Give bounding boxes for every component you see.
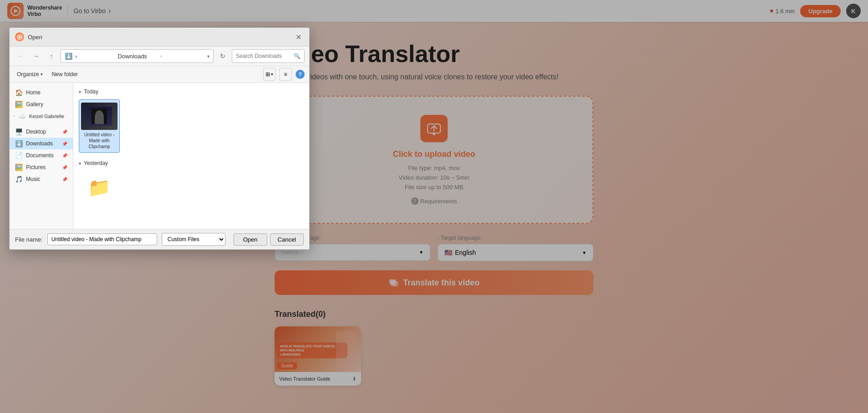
nav-item-downloads[interactable]: ⬇️ Downloads 📌 [10,138,73,150]
file-dialog: Open ✕ ← → ↑ ⬇️ › Downloads › ▾ ↻ 🔍 Orga… [9,27,310,250]
view-toggle-button[interactable]: ⊞ ▾ [263,68,276,81]
search-box: 🔍 [232,49,305,63]
expand-arrow-icon: › [13,114,15,119]
dialog-nav: 🏠 Home 🖼️ Gallery › ☁️ Keizel Gabrielle … [10,83,73,229]
desktop-icon: 🖥️ [15,128,22,135]
view-list-button[interactable]: ≡ [279,68,292,81]
video-thumbnail [81,103,117,130]
refresh-button[interactable]: ↻ [216,50,229,62]
view-dropdown-icon: ▾ [271,72,273,77]
filename-input[interactable] [47,233,157,245]
dialog-cancel-button[interactable]: Cancel [270,233,304,246]
pin-icon-dl: 📌 [62,141,67,146]
pictures-icon: 🖼️ [15,164,22,171]
today-toggle-icon: ▾ [79,89,81,94]
pin-icon: 📌 [62,129,67,134]
yesterday-toggle-icon: ▾ [79,161,81,166]
address-path: Downloads [118,53,158,60]
filename-label: File name: [15,236,43,243]
organize-button[interactable]: Organize ▾ [14,70,46,79]
pin-icon-doc: 📌 [62,153,67,158]
file-thumb-folder: 📁 [81,174,117,201]
home-icon: 🏠 [15,89,22,96]
svg-marker-9 [19,36,21,38]
search-icon: 🔍 [294,53,301,59]
new-folder-button[interactable]: New folder [49,70,81,79]
dialog-actionbar: Organize ▾ New folder ⊞ ▾ ≡ ? [10,66,309,83]
folder-icon: 📁 [88,177,111,198]
pin-icon-mus: 📌 [62,177,67,182]
nav-item-documents[interactable]: 📄 Documents 📌 [10,150,73,161]
view-icon-1: ⊞ [266,71,270,77]
nav-item-desktop[interactable]: 🖥️ Desktop 📌 [10,126,73,138]
nav-item-home[interactable]: 🏠 Home [10,87,73,98]
nav-item-pictures[interactable]: 🖼️ Pictures 📌 [10,161,73,173]
video-frame [87,107,112,126]
cloud-icon: ☁️ [18,113,26,120]
search-input[interactable] [236,53,292,59]
documents-icon: 📄 [15,152,22,159]
downloads-icon: ⬇️ [15,140,22,147]
dialog-titlebar: Open ✕ [10,28,309,46]
dialog-body: 🏠 Home 🖼️ Gallery › ☁️ Keizel Gabrielle … [10,83,309,229]
today-label: Today [84,88,98,95]
file-name-video: Untitled video - Made with Clipchamp [81,132,117,150]
dialog-files: ▾ Today [73,83,309,229]
today-files-grid: Untitled video - Made with Clipchamp [79,99,304,153]
dialog-close-button[interactable]: ✕ [293,31,304,42]
music-icon: 🎵 [15,176,22,183]
filetype-select[interactable]: Custom Files [162,233,225,246]
nav-back-button[interactable]: ← [14,50,27,62]
dialog-open-button[interactable]: Open [234,233,267,246]
nav-forward-button[interactable]: → [30,50,42,62]
folder-thumbnail: 📁 [81,174,117,201]
pin-icon-pic: 📌 [62,165,67,170]
file-item-folder[interactable]: 📁 [79,171,120,206]
file-item-video[interactable]: Untitled video - Made with Clipchamp [79,99,120,153]
address-path-arrow: › [160,54,162,59]
yesterday-label: Yesterday [84,160,108,166]
organize-dropdown-icon: ▾ [41,72,43,77]
dialog-footer: File name: Custom Files Open Cancel [10,229,309,249]
dialog-toolbar: ← → ↑ ⬇️ › Downloads › ▾ ↻ 🔍 [10,46,309,66]
dialog-title-text: Open [28,34,42,41]
address-bar[interactable]: ⬇️ › Downloads › ▾ [61,49,214,63]
address-downloads-icon: ⬇️ [65,52,72,60]
address-text: › [75,53,115,60]
address-dropdown-icon[interactable]: ▾ [207,54,209,59]
file-thumb-video [81,103,117,130]
nav-item-cloud[interactable]: › ☁️ Keizel Gabrielle [10,110,73,122]
gallery-icon: 🖼️ [15,101,22,108]
nav-up-button[interactable]: ↑ [45,50,58,62]
nav-item-gallery[interactable]: 🖼️ Gallery [10,98,73,110]
yesterday-section-header[interactable]: ▾ Yesterday [79,160,304,166]
dialog-titlebar-left: Open [15,32,42,41]
yesterday-files-grid: 📁 [79,171,304,206]
today-section-header[interactable]: ▾ Today [79,88,304,95]
help-button[interactable]: ? [296,70,305,79]
dialog-title-icon [15,32,24,41]
nav-item-music[interactable]: 🎵 Music 📌 [10,173,73,185]
dialog-buttons: Open Cancel [234,233,304,246]
